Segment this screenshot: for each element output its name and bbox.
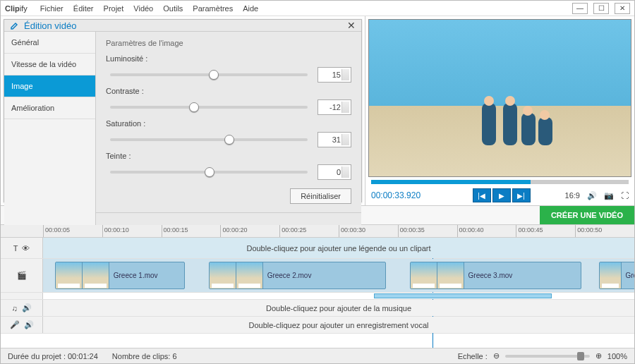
tab-image[interactable]: Image [4,75,95,97]
edit-icon [10,20,20,30]
menu-settings[interactable]: Paramètres [193,4,233,13]
clip-3[interactable]: Greece 3.mov [410,262,581,289]
caption-track-body[interactable]: Double-cliquez pour ajouter une légende … [43,238,634,258]
app-logo: Clipify [5,4,28,13]
saturation-spin[interactable]: 31▲▼ [318,132,351,147]
clip-4[interactable]: Gree [599,262,634,289]
edit-dialog: Édition vidéo ✕ Général Vitesse de la vi… [4,19,362,202]
clip-1[interactable]: Greece 1.mov [55,262,185,289]
music-icon: ♫ [11,304,17,313]
volume-icon[interactable]: 🔊 [587,191,597,200]
brightness-slider[interactable] [110,73,308,76]
tint-slider[interactable] [110,171,308,174]
preview-image[interactable] [368,19,631,177]
menu-project[interactable]: Projet [104,4,124,13]
menu-file[interactable]: Fichier [40,4,64,13]
contrast-spin[interactable]: -12▲▼ [318,99,351,115]
dialog-close-icon[interactable]: ✕ [347,20,356,31]
group-title: Paramètres de l'image [106,39,351,47]
playback-progress[interactable] [371,180,629,184]
voice-track: 🎤🔊 Double-cliquez pour ajouter un enregi… [1,317,634,334]
dialog-tabs: Général Vitesse de la vidéo Image Amélio… [4,32,96,249]
music-track: ♫🔊 Double-cliquez pour ajouter de la mus… [1,300,634,317]
video-track-icon: 🎬 [17,271,27,280]
selection-track [1,293,634,300]
zoom-slider[interactable] [505,355,590,358]
status-bar: Durée du projet : 00:01:24 Nombre de cli… [1,348,634,363]
timeline-tracks: T👁 Double-cliquez pour ajouter une légen… [1,238,634,348]
saturation-slider[interactable] [110,138,308,141]
zoom-out-button[interactable]: ⊖ [493,351,500,360]
reset-button[interactable]: Réinitialiser [290,188,351,204]
clip-2[interactable]: Greece 2.mov [209,262,386,289]
voice-mute-icon[interactable]: 🔊 [24,320,34,329]
text-track-icon: T [13,244,18,253]
music-mute-icon[interactable]: 🔊 [22,303,32,313]
menubar: Fichier Éditer Projet Vidéo Outils Param… [40,4,258,13]
tint-spin[interactable]: 0▲▼ [318,164,351,180]
aspect-ratio[interactable]: 16:9 [565,191,580,200]
upper-main: Édition vidéo ✕ Général Vitesse de la vi… [1,16,634,205]
voice-track-body[interactable]: Double-cliquez pour ajouter un enregistr… [43,317,634,333]
contrast-slider[interactable] [110,106,308,109]
visibility-icon[interactable]: 👁 [22,244,30,253]
menu-help[interactable]: Aide [243,4,258,13]
tab-speed[interactable]: Vitesse de la vidéo [4,54,95,75]
dialog-form: Paramètres de l'image Luminosité : 15▲▼ … [96,32,361,249]
zoom-in-button[interactable]: ⊕ [595,351,602,360]
fullscreen-icon[interactable]: ⛶ [621,191,629,200]
menu-tools[interactable]: Outils [163,4,183,13]
tab-general[interactable]: Général [4,32,95,54]
menu-video[interactable]: Vidéo [133,4,153,13]
caption-track: T👁 Double-cliquez pour ajouter une légen… [1,238,634,259]
brightness-spin[interactable]: 15▲▼ [318,67,351,83]
playback-time: 00:00:33.920 [371,190,453,200]
tab-enhance[interactable]: Amélioration [4,97,95,119]
minimize-button[interactable]: — [572,3,588,14]
video-track: 🎬 Greece 1.mov Greece 2.mov Greece 3.mov… [1,259,634,293]
preview-pane: 00:00:33.920 |◀ ▶ ▶| 16:9 🔊 📷 ⛶ [365,16,634,205]
prev-button[interactable]: |◀ [473,188,491,202]
selection-range[interactable] [374,293,551,298]
left-pane: Édition vidéo ✕ Général Vitesse de la vi… [1,16,365,205]
dialog-title: Édition vidéo [24,20,76,31]
maximize-button[interactable]: ☐ [593,3,609,14]
music-track-body[interactable]: Double-cliquez pour ajouter de la musiqu… [43,300,634,316]
param-brightness: Luminosité : [106,54,351,63]
dialog-header: Édition vidéo ✕ [4,20,361,32]
playback-controls: 00:00:33.920 |◀ ▶ ▶| 16:9 🔊 📷 ⛶ [365,186,634,205]
video-track-body[interactable]: Greece 1.mov Greece 2.mov Greece 3.mov G… [43,259,634,292]
menu-edit[interactable]: Éditer [73,4,94,13]
snapshot-icon[interactable]: 📷 [604,191,614,200]
create-video-button[interactable]: CRÉER UNE VIDÉO [540,206,634,224]
titlebar: Clipify Fichier Éditer Projet Vidéo Outi… [1,1,634,16]
timeline-ruler[interactable]: 00:00:0500:00:10 00:00:1500:00:20 00:00:… [1,225,634,238]
close-button[interactable]: ✕ [615,3,630,14]
play-button[interactable]: ▶ [492,188,511,202]
window-buttons: — ☐ ✕ [572,3,630,14]
next-button[interactable]: ▶| [512,188,531,202]
mic-icon: 🎤 [10,320,20,329]
